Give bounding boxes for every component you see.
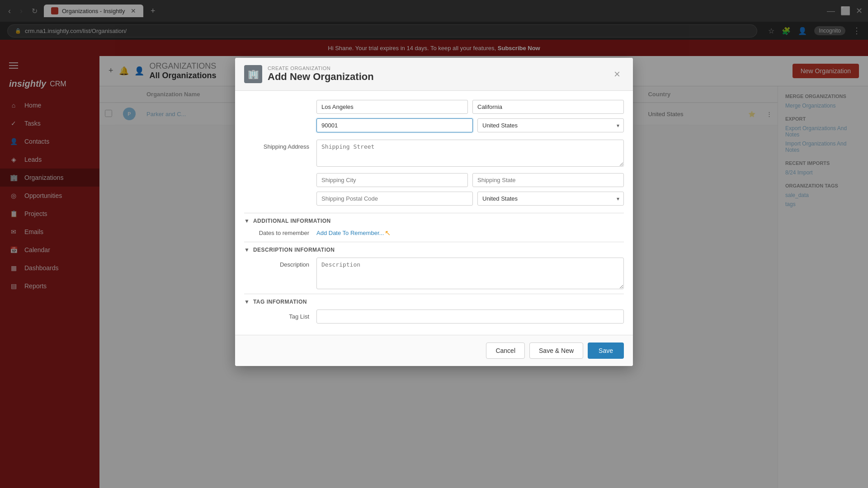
billing-postal-country-row: United States Canada United Kingdom ▾ bbox=[316, 118, 624, 132]
billing-city-input[interactable] bbox=[316, 100, 468, 114]
description-row: Description bbox=[244, 258, 624, 289]
tag-section-header[interactable]: ▼ TAG INFORMATION bbox=[244, 294, 624, 310]
modal-subtitle: CREATE ORGANIZATION bbox=[268, 66, 374, 71]
tag-label: Tag List bbox=[244, 313, 316, 320]
description-section: ▼ DESCRIPTION INFORMATION Description bbox=[244, 242, 624, 289]
description-section-title: DESCRIPTION INFORMATION bbox=[253, 247, 335, 253]
description-section-header[interactable]: ▼ DESCRIPTION INFORMATION bbox=[244, 242, 624, 258]
tag-row: Tag List bbox=[244, 310, 624, 324]
save-button[interactable]: Save bbox=[588, 343, 624, 359]
tag-section-title: TAG INFORMATION bbox=[253, 299, 307, 305]
description-label: Description bbox=[244, 258, 316, 268]
add-date-link[interactable]: Add Date To Remember... bbox=[316, 230, 384, 236]
shipping-city-input[interactable] bbox=[316, 173, 468, 187]
dates-row: Dates to remember Add Date To Remember..… bbox=[244, 229, 624, 237]
billing-country-select-wrapper: United States Canada United Kingdom ▾ bbox=[477, 118, 624, 132]
additional-info-title: ADDITIONAL INFORMATION bbox=[253, 218, 331, 224]
additional-info-section: ▼ ADDITIONAL INFORMATION Dates to rememb… bbox=[244, 213, 624, 237]
billing-city-state-row bbox=[316, 100, 624, 114]
dates-label: Dates to remember bbox=[244, 230, 316, 236]
additional-info-header[interactable]: ▼ ADDITIONAL INFORMATION bbox=[244, 213, 624, 229]
shipping-address-row: Shipping Address bbox=[244, 140, 624, 169]
additional-info-chevron: ▼ bbox=[244, 218, 250, 224]
shipping-state-input[interactable] bbox=[472, 173, 624, 187]
billing-country-select[interactable]: United States Canada United Kingdom bbox=[477, 118, 624, 132]
tag-list-input[interactable] bbox=[316, 310, 624, 324]
modal-title: Add New Organization bbox=[268, 71, 374, 83]
modal-footer: Cancel Save & New Save bbox=[235, 335, 633, 366]
cursor-indicator: ↖ bbox=[385, 229, 391, 237]
modal-body: United States Canada United Kingdom ▾ Sh… bbox=[235, 91, 633, 335]
shipping-country-select[interactable]: United States Canada United Kingdom bbox=[477, 192, 624, 206]
modal-title-group: CREATE ORGANIZATION Add New Organization bbox=[268, 66, 374, 83]
description-input[interactable] bbox=[316, 258, 624, 289]
shipping-country-select-wrapper: United States Canada United Kingdom ▾ bbox=[477, 192, 624, 206]
tag-section: ▼ TAG INFORMATION Tag List bbox=[244, 294, 624, 324]
shipping-address-label: Shipping Address bbox=[244, 140, 316, 150]
tag-chevron: ▼ bbox=[244, 299, 250, 305]
shipping-postal-country-row: United States Canada United Kingdom ▾ bbox=[316, 192, 624, 206]
modal-header-icon: 🏢 bbox=[244, 65, 262, 83]
shipping-postal-input[interactable] bbox=[316, 192, 473, 206]
description-chevron: ▼ bbox=[244, 247, 250, 253]
save-new-button[interactable]: Save & New bbox=[529, 343, 583, 359]
modal-close-button[interactable]: × bbox=[610, 67, 624, 81]
shipping-street-wrapper bbox=[316, 140, 624, 169]
shipping-city-state-row bbox=[316, 173, 624, 187]
billing-state-input[interactable] bbox=[472, 100, 624, 114]
cancel-button[interactable]: Cancel bbox=[486, 343, 525, 359]
modal: 🏢 CREATE ORGANIZATION Add New Organizati… bbox=[235, 58, 633, 366]
shipping-street-input[interactable] bbox=[316, 140, 624, 167]
billing-postal-input[interactable] bbox=[316, 118, 473, 132]
modal-header: 🏢 CREATE ORGANIZATION Add New Organizati… bbox=[235, 58, 633, 91]
